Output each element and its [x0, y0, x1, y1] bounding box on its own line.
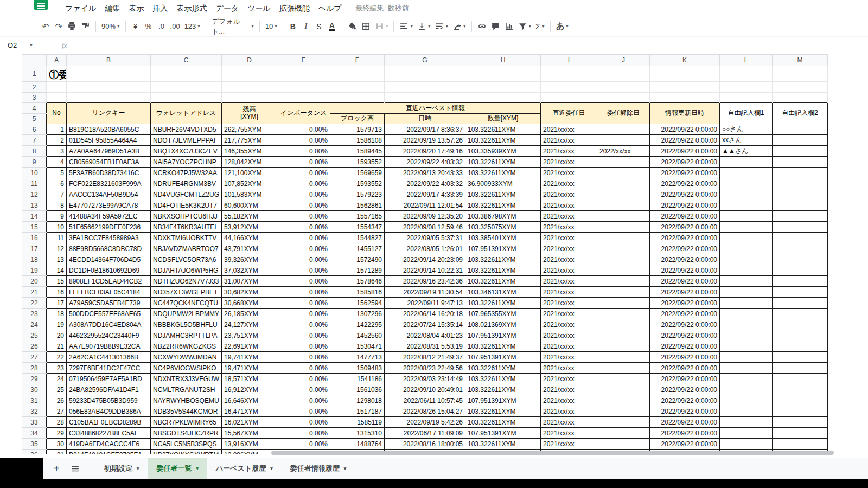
cell[interactable]	[773, 298, 828, 309]
cell[interactable]: 2022/09/22 0:00:00	[650, 428, 720, 439]
header-block[interactable]: ブロック高	[330, 114, 385, 124]
cell[interactable]	[465, 66, 541, 82]
cell[interactable]: 2022/09/22 0:00:00	[650, 276, 720, 287]
cell[interactable]: 18	[47, 309, 67, 319]
cell[interactable]: 2022/09/22 0:00:00	[650, 352, 720, 363]
cell[interactable]	[773, 341, 828, 352]
cell[interactable]	[67, 66, 151, 82]
cell[interactable]	[597, 189, 650, 200]
cell[interactable]: 2022/09/22 0:00:00	[650, 298, 720, 309]
cell[interactable]: 1530471	[330, 341, 385, 352]
cell[interactable]: 2022/xx/xx	[597, 146, 650, 157]
cell[interactable]: 0.00%	[277, 211, 330, 222]
cell[interactable]	[720, 211, 773, 222]
menu-item-extensions[interactable]: 拡張機能	[275, 0, 314, 16]
cell[interactable]: 103.335939XYM	[465, 146, 541, 157]
row-header-7[interactable]: 7	[22, 135, 47, 146]
cell[interactable]: 22,691XYM	[222, 341, 277, 352]
cell[interactable]: 2021/xx/xx	[541, 374, 597, 384]
cell[interactable]: 2021/xx/xx	[541, 189, 597, 200]
cell[interactable]: 12	[47, 243, 67, 254]
cell[interactable]: 1585816	[330, 287, 385, 298]
cell[interactable]: 0.00%	[277, 287, 330, 298]
cell[interactable]: 2021/xx/xx	[541, 319, 597, 330]
cell[interactable]: 2022/09/22 0:00:00	[650, 374, 720, 384]
cell[interactable]: 500DDCE557EF68AE65	[67, 309, 151, 319]
row-header-12[interactable]: 12	[22, 189, 47, 200]
cell[interactable]: NDJAHTAJO6WP5HG	[151, 265, 222, 276]
sheets-logo-icon[interactable]	[34, 0, 48, 10]
cell[interactable]: 36.900933XYM	[465, 178, 541, 189]
cell[interactable]	[597, 178, 650, 189]
row-header-16[interactable]: 16	[22, 233, 47, 243]
cell[interactable]: 2022/09/22 0:00:00	[650, 287, 720, 298]
cell[interactable]: 43,791XYM	[222, 243, 277, 254]
print-button[interactable]	[65, 20, 79, 34]
cell[interactable]: 17	[47, 298, 67, 309]
cell[interactable]: 16,021XYM	[222, 417, 277, 428]
cell[interactable]: 2022/09/22 0:00:00	[650, 406, 720, 417]
row-header-14[interactable]: 14	[22, 211, 47, 222]
row-header-32[interactable]: 32	[22, 406, 47, 417]
all-sheets-button[interactable]	[67, 461, 82, 476]
cell[interactable]	[597, 265, 650, 276]
cell[interactable]: 19,471XYM	[222, 363, 277, 374]
column-header-H[interactable]: H	[465, 55, 541, 66]
cell[interactable]: 103.322611XYM	[465, 124, 541, 135]
cell[interactable]: ○○さん	[720, 124, 773, 135]
menu-item-view[interactable]: 表示	[124, 0, 148, 16]
cell[interactable]: 2022/09/17 8:36:37	[385, 124, 465, 135]
cell[interactable]: 103.346131XYM	[465, 287, 541, 298]
cell[interactable]	[597, 157, 650, 168]
row-header-36[interactable]: 36	[22, 450, 47, 455]
cell[interactable]	[541, 93, 597, 103]
cell[interactable]	[151, 93, 222, 103]
cell[interactable]	[151, 82, 222, 93]
cell[interactable]: 0.00%	[277, 265, 330, 276]
cell[interactable]: 0.00%	[277, 146, 330, 157]
row-header-34[interactable]: 34	[22, 428, 47, 439]
cell[interactable]	[597, 93, 650, 103]
cell[interactable]: 2022/09/19 11:30:54	[385, 287, 465, 298]
sheet-tab-2[interactable]: ハーベスト履歴▾	[207, 458, 282, 479]
column-header-I[interactable]: I	[541, 55, 597, 66]
cell[interactable]	[720, 406, 773, 417]
sheet-tab-1-active[interactable]: 委任者一覧▾	[148, 458, 208, 479]
cell[interactable]	[222, 93, 277, 103]
row-header-35[interactable]: 35	[22, 439, 47, 450]
cell[interactable]	[720, 66, 773, 82]
format-currency-button[interactable]: ¥	[129, 20, 142, 34]
cell[interactable]: 24	[47, 374, 67, 384]
cell[interactable]: 2022/09/11 9:47:13	[385, 298, 465, 309]
cell[interactable]: 2	[47, 135, 67, 146]
cell[interactable]: NB37YQIKXGXWRTM	[151, 450, 222, 455]
cell[interactable]: 44,166XYM	[222, 233, 277, 243]
vertical-align-button[interactable]: ▾	[415, 20, 433, 34]
cell[interactable]: 22	[47, 352, 67, 363]
cell[interactable]	[597, 168, 650, 178]
cell[interactable]: 59233D475B05B3D959	[67, 395, 151, 406]
cell[interactable]	[720, 374, 773, 384]
cell[interactable]: 0.00%	[277, 298, 330, 309]
cell[interactable]: 30	[47, 439, 67, 450]
cell[interactable]: 0.00%	[277, 157, 330, 168]
name-box[interactable]: O2 ▾	[0, 37, 54, 54]
cell[interactable]: 2021/xx/xx	[541, 211, 597, 222]
cell[interactable]: 1298018	[330, 395, 385, 406]
cell[interactable]: 2022/09/09 12:35:20	[385, 211, 465, 222]
cell[interactable]	[597, 309, 650, 319]
cell[interactable]: 1452560	[330, 330, 385, 341]
cell[interactable]	[720, 352, 773, 363]
cell[interactable]	[597, 243, 650, 254]
cell[interactable]: 2021/xx/xx	[541, 254, 597, 265]
row-header-29[interactable]: 29	[22, 374, 47, 384]
cell[interactable]	[222, 82, 277, 93]
cell[interactable]: 103.322611XYM	[465, 189, 541, 200]
row-header-28[interactable]: 28	[22, 363, 47, 374]
cell[interactable]: 2021/xx/xx	[541, 146, 597, 157]
cell[interactable]: AACCC134AF50B9D54	[67, 189, 151, 200]
row-header-6[interactable]: 6	[22, 124, 47, 135]
cell[interactable]: 0.00%	[277, 178, 330, 189]
cell[interactable]: 2021/xx/xx	[541, 298, 597, 309]
cell[interactable]: NCMLTRGANUT2SH	[151, 384, 222, 395]
